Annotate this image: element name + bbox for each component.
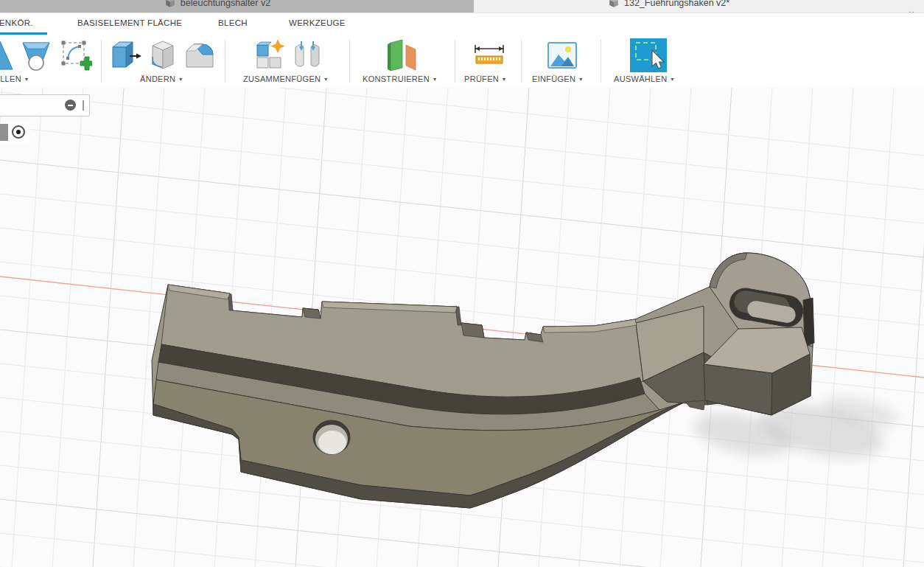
- joint-icon[interactable]: [290, 38, 324, 72]
- group-label-erstellen[interactable]: ERSTELLEN ▾: [0, 73, 28, 85]
- dropdown-arrow-icon: ▾: [179, 76, 182, 83]
- create-sketch-icon[interactable]: [59, 38, 93, 72]
- toolbar-separator: [521, 40, 522, 83]
- group-label-einfuegen[interactable]: EINFÜGEN ▾: [532, 73, 583, 85]
- viewport-canvas[interactable]: [0, 88, 924, 567]
- dropdown-arrow-icon: ▾: [25, 76, 28, 83]
- new-component-icon[interactable]: [253, 38, 287, 72]
- ribbon-tab-row: MENKÖR. BASISELEMENT FLÄCHE BLECH WERKZE…: [0, 13, 924, 35]
- cube-icon: [609, 0, 619, 8]
- group-label-aendern[interactable]: ÄNDERN ▾: [140, 73, 183, 85]
- group-label-zusammenfuegen[interactable]: ZUSAMMENFÜGEN ▾: [243, 73, 328, 85]
- shell-icon[interactable]: [183, 38, 217, 72]
- tab-volumenkoerper[interactable]: MENKÖR.: [0, 13, 47, 35]
- fillet-icon[interactable]: [146, 38, 180, 72]
- doc-tab-fuehrungshaken[interactable]: 132_Fuehrungshaken v2*: [609, 0, 844, 13]
- toolbar-separator: [455, 40, 455, 83]
- panel-grip-icon[interactable]: [83, 100, 84, 111]
- loft-icon[interactable]: [19, 38, 53, 72]
- viewport-scene: [0, 88, 924, 567]
- tab-werkzeuge[interactable]: WERKZEUGE: [289, 13, 346, 35]
- cube-icon: [165, 0, 175, 8]
- construction-plane-icon[interactable]: [383, 38, 417, 72]
- radio-target-icon[interactable]: [12, 125, 25, 139]
- tab-basiselement-flaeche[interactable]: BASISELEMENT FLÄCHE: [77, 13, 182, 35]
- group-label-konstruieren[interactable]: KONSTRUIEREN ▾: [363, 73, 436, 85]
- ribbon-toolbar: ERSTELLEN ▾: [0, 35, 924, 88]
- insert-image-icon[interactable]: [545, 38, 579, 72]
- press-pull-icon[interactable]: [109, 38, 143, 72]
- dropdown-arrow-icon: ▾: [324, 76, 327, 83]
- dropdown-arrow-icon: ▾: [503, 76, 505, 83]
- doc-tab-title: beleuchtungshalter v2: [181, 0, 270, 8]
- dropdown-arrow-icon: ▾: [433, 76, 436, 83]
- group-label-auswaehlen[interactable]: AUSWÄHLEN ▾: [614, 73, 674, 85]
- minus-circle-icon[interactable]: [65, 100, 76, 111]
- browser-item-swatch: [0, 124, 8, 141]
- dropdown-arrow-icon: ▾: [671, 76, 673, 83]
- model-132-fuehrungshaken[interactable]: [152, 253, 814, 508]
- doc-tab-beleuchtungshalter[interactable]: beleuchtungshalter v2: [0, 0, 474, 13]
- group-label-pruefen[interactable]: PRÜFEN ▾: [464, 73, 505, 85]
- dropdown-arrow-icon: ▾: [579, 76, 582, 83]
- toolbar-separator: [225, 40, 225, 83]
- toolbar-separator: [349, 40, 350, 83]
- fusion-window: beleuchtungshalter v2 × 132_Fuehrungshak…: [0, 0, 924, 567]
- tab-blech[interactable]: BLECH: [218, 13, 248, 35]
- measure-icon[interactable]: [472, 38, 506, 72]
- doc-tab-title: 132_Fuehrungshaken v2*: [624, 0, 729, 8]
- browser-panel-bar: [0, 94, 90, 116]
- toolbar-separator: [101, 40, 102, 83]
- extrude-icon[interactable]: [0, 38, 16, 72]
- browser-row: [0, 123, 29, 142]
- document-tabbar: beleuchtungshalter v2 × 132_Fuehrungshak…: [0, 0, 924, 13]
- select-icon[interactable]: [630, 38, 667, 72]
- toolbar-separator: [601, 40, 601, 83]
